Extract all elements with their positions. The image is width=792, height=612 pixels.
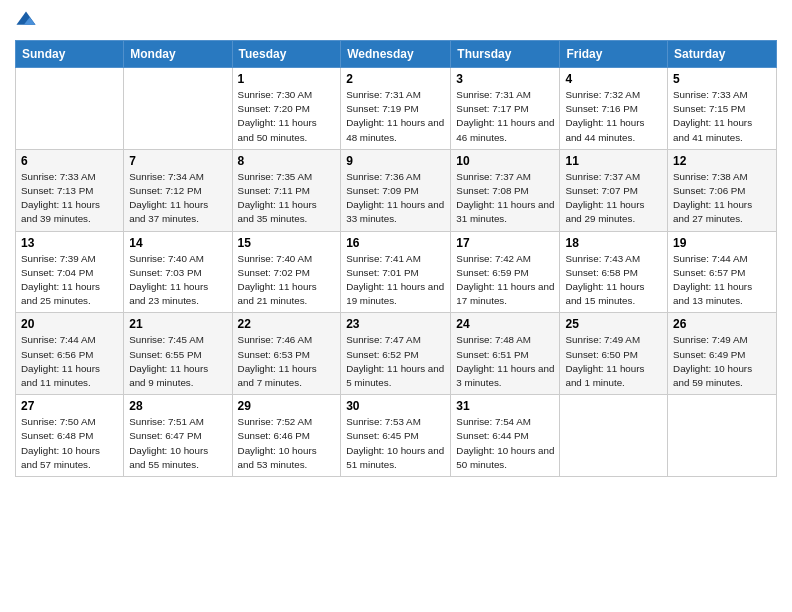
- day-header-saturday: Saturday: [668, 41, 777, 68]
- calendar-week-3: 13Sunrise: 7:39 AM Sunset: 7:04 PM Dayli…: [16, 231, 777, 313]
- day-number: 19: [673, 236, 771, 250]
- calendar-week-2: 6Sunrise: 7:33 AM Sunset: 7:13 PM Daylig…: [16, 149, 777, 231]
- day-number: 3: [456, 72, 554, 86]
- day-number: 11: [565, 154, 662, 168]
- day-info: Sunrise: 7:48 AM Sunset: 6:51 PM Dayligh…: [456, 333, 554, 390]
- day-number: 28: [129, 399, 226, 413]
- day-header-monday: Monday: [124, 41, 232, 68]
- day-info: Sunrise: 7:45 AM Sunset: 6:55 PM Dayligh…: [129, 333, 226, 390]
- day-number: 24: [456, 317, 554, 331]
- calendar-cell: 17Sunrise: 7:42 AM Sunset: 6:59 PM Dayli…: [451, 231, 560, 313]
- day-number: 29: [238, 399, 336, 413]
- calendar-cell: 6Sunrise: 7:33 AM Sunset: 7:13 PM Daylig…: [16, 149, 124, 231]
- day-info: Sunrise: 7:44 AM Sunset: 6:57 PM Dayligh…: [673, 252, 771, 309]
- day-number: 12: [673, 154, 771, 168]
- day-info: Sunrise: 7:39 AM Sunset: 7:04 PM Dayligh…: [21, 252, 118, 309]
- calendar-cell: 31Sunrise: 7:54 AM Sunset: 6:44 PM Dayli…: [451, 395, 560, 477]
- day-number: 26: [673, 317, 771, 331]
- calendar-cell: 23Sunrise: 7:47 AM Sunset: 6:52 PM Dayli…: [341, 313, 451, 395]
- calendar-cell: 11Sunrise: 7:37 AM Sunset: 7:07 PM Dayli…: [560, 149, 668, 231]
- calendar-cell: 10Sunrise: 7:37 AM Sunset: 7:08 PM Dayli…: [451, 149, 560, 231]
- day-info: Sunrise: 7:31 AM Sunset: 7:17 PM Dayligh…: [456, 88, 554, 145]
- day-number: 1: [238, 72, 336, 86]
- calendar-cell: 21Sunrise: 7:45 AM Sunset: 6:55 PM Dayli…: [124, 313, 232, 395]
- calendar-cell: 26Sunrise: 7:49 AM Sunset: 6:49 PM Dayli…: [668, 313, 777, 395]
- day-info: Sunrise: 7:50 AM Sunset: 6:48 PM Dayligh…: [21, 415, 118, 472]
- logo: [15, 10, 39, 32]
- calendar-cell: 29Sunrise: 7:52 AM Sunset: 6:46 PM Dayli…: [232, 395, 341, 477]
- calendar-cell: 9Sunrise: 7:36 AM Sunset: 7:09 PM Daylig…: [341, 149, 451, 231]
- calendar-cell: 2Sunrise: 7:31 AM Sunset: 7:19 PM Daylig…: [341, 68, 451, 150]
- day-info: Sunrise: 7:43 AM Sunset: 6:58 PM Dayligh…: [565, 252, 662, 309]
- calendar-cell: 16Sunrise: 7:41 AM Sunset: 7:01 PM Dayli…: [341, 231, 451, 313]
- day-info: Sunrise: 7:46 AM Sunset: 6:53 PM Dayligh…: [238, 333, 336, 390]
- calendar-cell: [668, 395, 777, 477]
- day-info: Sunrise: 7:37 AM Sunset: 7:07 PM Dayligh…: [565, 170, 662, 227]
- day-number: 18: [565, 236, 662, 250]
- calendar-cell: 7Sunrise: 7:34 AM Sunset: 7:12 PM Daylig…: [124, 149, 232, 231]
- day-number: 13: [21, 236, 118, 250]
- day-number: 27: [21, 399, 118, 413]
- calendar-header-row: SundayMondayTuesdayWednesdayThursdayFrid…: [16, 41, 777, 68]
- calendar-cell: 4Sunrise: 7:32 AM Sunset: 7:16 PM Daylig…: [560, 68, 668, 150]
- day-info: Sunrise: 7:36 AM Sunset: 7:09 PM Dayligh…: [346, 170, 445, 227]
- day-info: Sunrise: 7:34 AM Sunset: 7:12 PM Dayligh…: [129, 170, 226, 227]
- day-info: Sunrise: 7:47 AM Sunset: 6:52 PM Dayligh…: [346, 333, 445, 390]
- header: [15, 10, 777, 32]
- calendar-week-5: 27Sunrise: 7:50 AM Sunset: 6:48 PM Dayli…: [16, 395, 777, 477]
- calendar-cell: [560, 395, 668, 477]
- calendar-cell: 8Sunrise: 7:35 AM Sunset: 7:11 PM Daylig…: [232, 149, 341, 231]
- day-info: Sunrise: 7:38 AM Sunset: 7:06 PM Dayligh…: [673, 170, 771, 227]
- calendar-cell: 27Sunrise: 7:50 AM Sunset: 6:48 PM Dayli…: [16, 395, 124, 477]
- day-info: Sunrise: 7:32 AM Sunset: 7:16 PM Dayligh…: [565, 88, 662, 145]
- day-info: Sunrise: 7:53 AM Sunset: 6:45 PM Dayligh…: [346, 415, 445, 472]
- day-info: Sunrise: 7:30 AM Sunset: 7:20 PM Dayligh…: [238, 88, 336, 145]
- day-info: Sunrise: 7:52 AM Sunset: 6:46 PM Dayligh…: [238, 415, 336, 472]
- day-number: 22: [238, 317, 336, 331]
- day-number: 20: [21, 317, 118, 331]
- day-number: 5: [673, 72, 771, 86]
- day-info: Sunrise: 7:31 AM Sunset: 7:19 PM Dayligh…: [346, 88, 445, 145]
- logo-icon: [15, 10, 37, 32]
- day-number: 17: [456, 236, 554, 250]
- calendar-cell: 15Sunrise: 7:40 AM Sunset: 7:02 PM Dayli…: [232, 231, 341, 313]
- day-info: Sunrise: 7:49 AM Sunset: 6:49 PM Dayligh…: [673, 333, 771, 390]
- calendar-week-1: 1Sunrise: 7:30 AM Sunset: 7:20 PM Daylig…: [16, 68, 777, 150]
- day-info: Sunrise: 7:42 AM Sunset: 6:59 PM Dayligh…: [456, 252, 554, 309]
- day-info: Sunrise: 7:44 AM Sunset: 6:56 PM Dayligh…: [21, 333, 118, 390]
- day-number: 23: [346, 317, 445, 331]
- day-number: 8: [238, 154, 336, 168]
- day-number: 30: [346, 399, 445, 413]
- day-number: 6: [21, 154, 118, 168]
- day-number: 7: [129, 154, 226, 168]
- calendar-cell: [124, 68, 232, 150]
- calendar-cell: [16, 68, 124, 150]
- day-number: 14: [129, 236, 226, 250]
- day-number: 25: [565, 317, 662, 331]
- day-info: Sunrise: 7:49 AM Sunset: 6:50 PM Dayligh…: [565, 333, 662, 390]
- day-info: Sunrise: 7:41 AM Sunset: 7:01 PM Dayligh…: [346, 252, 445, 309]
- calendar-cell: 5Sunrise: 7:33 AM Sunset: 7:15 PM Daylig…: [668, 68, 777, 150]
- calendar-cell: 14Sunrise: 7:40 AM Sunset: 7:03 PM Dayli…: [124, 231, 232, 313]
- day-header-thursday: Thursday: [451, 41, 560, 68]
- day-header-tuesday: Tuesday: [232, 41, 341, 68]
- calendar-cell: 13Sunrise: 7:39 AM Sunset: 7:04 PM Dayli…: [16, 231, 124, 313]
- day-info: Sunrise: 7:54 AM Sunset: 6:44 PM Dayligh…: [456, 415, 554, 472]
- day-number: 31: [456, 399, 554, 413]
- day-number: 10: [456, 154, 554, 168]
- day-number: 21: [129, 317, 226, 331]
- calendar-cell: 19Sunrise: 7:44 AM Sunset: 6:57 PM Dayli…: [668, 231, 777, 313]
- day-header-wednesday: Wednesday: [341, 41, 451, 68]
- calendar: SundayMondayTuesdayWednesdayThursdayFrid…: [15, 40, 777, 477]
- calendar-cell: 20Sunrise: 7:44 AM Sunset: 6:56 PM Dayli…: [16, 313, 124, 395]
- day-number: 16: [346, 236, 445, 250]
- day-number: 9: [346, 154, 445, 168]
- day-info: Sunrise: 7:33 AM Sunset: 7:13 PM Dayligh…: [21, 170, 118, 227]
- day-info: Sunrise: 7:33 AM Sunset: 7:15 PM Dayligh…: [673, 88, 771, 145]
- day-info: Sunrise: 7:35 AM Sunset: 7:11 PM Dayligh…: [238, 170, 336, 227]
- calendar-cell: 25Sunrise: 7:49 AM Sunset: 6:50 PM Dayli…: [560, 313, 668, 395]
- day-info: Sunrise: 7:51 AM Sunset: 6:47 PM Dayligh…: [129, 415, 226, 472]
- day-number: 2: [346, 72, 445, 86]
- day-info: Sunrise: 7:40 AM Sunset: 7:03 PM Dayligh…: [129, 252, 226, 309]
- day-number: 15: [238, 236, 336, 250]
